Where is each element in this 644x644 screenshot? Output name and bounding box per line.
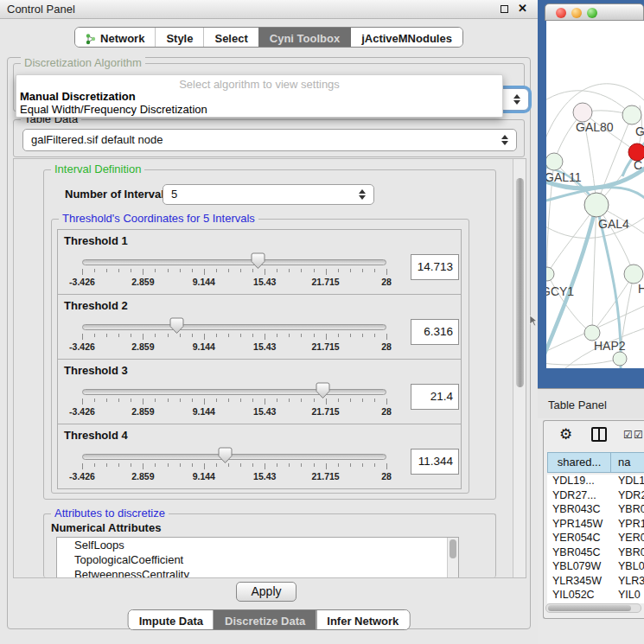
attributes-group: Attributes to discretize Numerical Attri… xyxy=(43,513,496,577)
settings-scroll-panel: Interval Definition Number of Intervals … xyxy=(13,158,526,578)
network-canvas-svg: GAL80GACGAL11GAL4GCY1HHAP2 xyxy=(546,21,644,368)
settings-scrollbar[interactable] xyxy=(513,159,526,577)
interval-definition-group: Interval Definition Number of Intervals … xyxy=(43,169,496,500)
network-edge[interactable] xyxy=(546,359,620,365)
network-node[interactable] xyxy=(584,193,609,217)
slider-tick-labels: -3.4262.8599.14415.4321.71528 xyxy=(82,471,386,481)
screen: Control Panel ✕ Network Style xyxy=(0,0,644,644)
column-header-name[interactable]: na xyxy=(611,452,644,473)
slider-handle[interactable] xyxy=(218,447,233,464)
table-hscrollbar-thumb[interactable] xyxy=(548,605,631,611)
attributes-title: Attributes to discretize xyxy=(51,507,169,520)
tab-network[interactable]: Network xyxy=(75,28,155,47)
slider-handle[interactable] xyxy=(316,382,330,399)
network-window-frame: GAL80GACGAL11GAL4GCY1HHAP2 xyxy=(538,0,644,388)
threshold-value-field[interactable]: 14.713 xyxy=(411,254,459,280)
network-node[interactable] xyxy=(546,267,554,281)
minimize-traffic-light[interactable] xyxy=(571,8,582,18)
float-window-icon[interactable] xyxy=(501,5,508,13)
slider-tick-labels: -3.4262.8599.14415.4321.71528 xyxy=(82,406,386,417)
threshold-row: Threshold 4 -3.4262.8599.14415.4321.7152… xyxy=(57,424,462,489)
table-panel-body: ⚙ ☑ ☑ shared... na YDL19...YDL1YDR27...Y… xyxy=(543,420,644,619)
attribute-list-item[interactable]: BetweennessCentrality xyxy=(57,567,458,578)
tab-jactivemnodules[interactable]: jActiveMNodules xyxy=(350,28,462,47)
tab-discretize-data[interactable]: Discretize Data xyxy=(214,610,316,629)
column-header-shared[interactable]: shared... xyxy=(547,452,611,473)
tab-impute-data[interactable]: Impute Data xyxy=(129,610,214,629)
node-table: shared... na YDL19...YDL1YDR27...YDR2YBR… xyxy=(547,452,644,603)
slider-track[interactable] xyxy=(82,324,386,330)
table-panel-header: Table Panel xyxy=(538,388,644,418)
checkbox-icon[interactable]: ☑ xyxy=(634,429,643,441)
slider-track[interactable] xyxy=(82,454,386,460)
slider-handle[interactable] xyxy=(169,317,184,335)
threshold-value-field[interactable]: 21.4 xyxy=(411,384,459,410)
tab-select[interactable]: Select xyxy=(203,28,258,47)
network-node[interactable] xyxy=(573,103,592,122)
tab-cyni-toolbox[interactable]: Cyni Toolbox xyxy=(258,28,350,47)
close-icon[interactable]: ✕ xyxy=(518,2,527,15)
threshold-row: Threshold 1 -3.4262.8599.14415.4321.7152… xyxy=(57,229,462,295)
thresholds-group: Threshold's Coordinates for 5 Intervals … xyxy=(51,219,469,494)
table-data-combobox[interactable]: galFiltered.sif default node xyxy=(22,129,517,151)
network-view[interactable]: GAL80GACGAL11GAL4GCY1HHAP2 xyxy=(546,21,644,368)
network-node-label: H xyxy=(638,282,644,296)
network-node-label: GCY1 xyxy=(546,284,574,298)
option-manual-discretization[interactable]: Manual Discretization xyxy=(20,90,136,103)
threshold-value-field[interactable]: 11.344 xyxy=(411,449,459,475)
tab-infer-network[interactable]: Infer Network xyxy=(316,610,409,629)
number-of-intervals-combobox[interactable]: 5 xyxy=(163,184,374,205)
list-scrollbar[interactable] xyxy=(447,538,458,577)
network-node[interactable] xyxy=(624,265,643,284)
discretization-algorithm-title: Discretization Algorithm xyxy=(21,56,145,69)
table-row[interactable]: YER054CYER0 xyxy=(547,532,644,546)
table-row[interactable]: YLR345WYLR3 xyxy=(547,575,644,590)
number-of-intervals-label: Number of Intervals xyxy=(65,188,170,201)
threshold-row: Threshold 2 -3.4262.8599.14415.4321.7152… xyxy=(57,294,462,360)
combo-stepper-icon xyxy=(501,135,508,145)
list-scrollbar-thumb[interactable] xyxy=(450,539,456,558)
table-row[interactable]: YPR145WYPR1 xyxy=(547,518,644,532)
network-edge[interactable] xyxy=(547,274,592,333)
close-traffic-light[interactable] xyxy=(556,8,566,18)
apply-button[interactable]: Apply xyxy=(236,582,296,602)
control-panel: Control Panel ✕ Network Style xyxy=(0,0,538,644)
table-row[interactable]: YBL079WYBL0 xyxy=(547,560,644,575)
gear-icon[interactable]: ⚙ xyxy=(559,425,572,443)
network-node-label: GAL4 xyxy=(598,217,629,231)
network-node-label: GA xyxy=(635,124,644,138)
table-row[interactable]: YDL19...YDL1 xyxy=(547,475,644,489)
tab-style[interactable]: Style xyxy=(155,28,203,47)
zoom-traffic-light[interactable] xyxy=(587,8,597,18)
attribute-list-item[interactable]: SelfLoops xyxy=(57,538,458,552)
table-row[interactable]: YDR27...YDR2 xyxy=(547,489,644,504)
threshold-row: Threshold 3 -3.4262.8599.14415.4321.7152… xyxy=(57,359,462,424)
thresholds-title: Threshold's Coordinates for 5 Intervals xyxy=(59,212,258,225)
bottom-tab-bar: Impute Data Discretize Data Infer Networ… xyxy=(128,609,411,630)
numerical-attributes-list[interactable]: SelfLoopsTopologicalCoefficientBetweenne… xyxy=(56,537,459,578)
attribute-list-item[interactable]: TopologicalCoefficient xyxy=(57,552,458,567)
table-data-group: Table Data galFiltered.sif default node xyxy=(13,119,525,157)
table-row[interactable]: YBR043CYBR0 xyxy=(547,503,644,518)
option-equal-width-frequency[interactable]: Equal Width/Frequency Discretization xyxy=(20,103,207,116)
checkbox-icon[interactable]: ☑ xyxy=(623,429,633,441)
cyni-panel: Discretization Algorithm Table Data galF… xyxy=(7,57,531,629)
threshold-value-field[interactable]: 6.316 xyxy=(411,319,459,345)
network-node[interactable] xyxy=(613,352,627,366)
slider-track[interactable] xyxy=(82,259,386,265)
slider-ticks xyxy=(82,269,386,276)
network-window-titlebar[interactable] xyxy=(545,3,644,21)
table-hscrollbar[interactable] xyxy=(545,603,641,613)
settings-scrollbar-thumb[interactable] xyxy=(516,178,524,387)
columns-icon[interactable] xyxy=(591,427,607,442)
threshold-label: Threshold 3 xyxy=(64,364,128,377)
network-node[interactable] xyxy=(546,153,563,170)
table-row[interactable]: YBR045CYBR0 xyxy=(547,546,644,561)
slider-track[interactable] xyxy=(82,389,386,395)
combo-stepper-icon xyxy=(513,94,520,105)
slider-handle[interactable] xyxy=(251,252,265,270)
algorithm-hint: Select algorithm to view settings xyxy=(16,78,502,91)
network-node[interactable] xyxy=(622,105,641,124)
table-row[interactable]: YIL052CYIL0 xyxy=(547,589,644,603)
threshold-label: Threshold 2 xyxy=(64,299,128,312)
